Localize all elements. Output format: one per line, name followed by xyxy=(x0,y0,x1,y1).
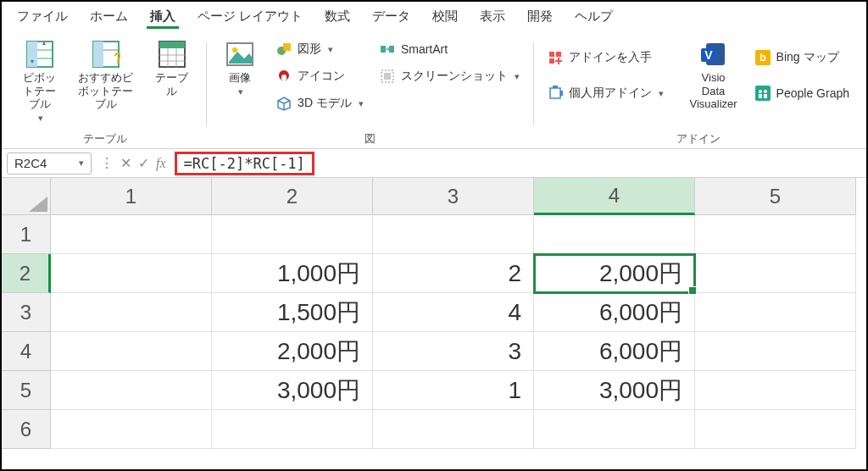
chevron-down-icon: ▾ xyxy=(38,113,43,124)
icons-icon xyxy=(275,68,292,85)
menu-view[interactable]: 表示 xyxy=(476,7,509,29)
svg-rect-24 xyxy=(549,58,554,64)
col-header-1[interactable]: 1 xyxy=(51,178,212,215)
svg-rect-23 xyxy=(556,52,561,57)
cell[interactable] xyxy=(534,215,695,254)
chevron-down-icon: ▾ xyxy=(79,158,84,169)
formula-input[interactable]: =RC[-2]*RC[-1] xyxy=(184,155,305,172)
table-icon xyxy=(157,39,187,69)
cell[interactable]: 3,000円 xyxy=(534,371,695,410)
cell[interactable] xyxy=(51,215,212,254)
enter-icon[interactable]: ✓ xyxy=(138,155,149,171)
menu-formulas[interactable]: 数式 xyxy=(321,7,353,29)
screenshot-button[interactable]: スクリーンショット▾ xyxy=(376,66,523,86)
smartart-icon xyxy=(379,41,396,58)
ribbon-group-addins: アドインを入手 個人用アドイン▾ V Visio Data Visualizer… xyxy=(538,36,858,147)
cell[interactable] xyxy=(212,215,373,254)
visio-button[interactable]: V Visio Data Visualizer xyxy=(684,36,742,114)
cell[interactable] xyxy=(534,410,695,449)
cell[interactable] xyxy=(695,371,856,410)
cell[interactable]: 6,000円 xyxy=(534,293,695,332)
addins-icon xyxy=(547,85,564,102)
cell[interactable] xyxy=(695,410,856,449)
menu-review[interactable]: 校閲 xyxy=(429,7,461,29)
pivot-table-icon xyxy=(25,39,55,69)
select-all-corner[interactable] xyxy=(2,178,51,215)
bing-maps-button[interactable]: b Bing マップ xyxy=(751,47,843,68)
cell[interactable]: 1,000円 xyxy=(212,254,373,293)
cell[interactable] xyxy=(695,332,856,371)
menu-help[interactable]: ヘルプ xyxy=(571,7,616,29)
col-header-5[interactable]: 5 xyxy=(695,178,856,215)
menu-data[interactable]: データ xyxy=(369,7,414,29)
cell[interactable]: 2,000円 xyxy=(212,332,373,371)
shapes-button[interactable]: 図形▾ xyxy=(272,39,337,59)
cube-icon xyxy=(275,95,292,112)
ribbon: ピボットテーブル ▾ ? おすすめピボットテーブル テーブル テーブル xyxy=(2,30,866,149)
col-header-2[interactable]: 2 xyxy=(212,178,373,215)
fx-icon[interactable]: fx xyxy=(156,156,166,171)
smartart-button[interactable]: SmartArt xyxy=(376,39,451,59)
get-addins-button[interactable]: アドインを入手 xyxy=(543,47,655,68)
bing-icon: b xyxy=(754,49,771,66)
svg-rect-18 xyxy=(381,46,386,53)
cell[interactable]: 1,500円 xyxy=(212,293,373,332)
row-header-6[interactable]: 6 xyxy=(2,410,51,449)
visio-icon: V xyxy=(698,39,729,69)
chevron-down-icon: ▾ xyxy=(238,86,243,97)
menu-developer[interactable]: 開発 xyxy=(524,7,556,29)
menu-home[interactable]: ホーム xyxy=(86,7,131,29)
pictures-button[interactable]: 画像 ▾ xyxy=(216,36,264,101)
cell-active[interactable]: 2,000円 xyxy=(534,254,695,293)
chevron-down-icon: ▾ xyxy=(328,44,333,55)
cell[interactable] xyxy=(373,410,534,449)
cell[interactable]: 3 xyxy=(373,332,534,371)
pivot-table-button[interactable]: ピボットテーブル ▾ xyxy=(15,36,64,127)
chevron-down-icon: ▾ xyxy=(359,98,364,109)
my-addins-button[interactable]: 個人用アドイン▾ xyxy=(543,83,667,103)
spreadsheet-grid[interactable]: 1 2 3 4 5 1 2 1,000円 2 2,000円 3 1,500円 4… xyxy=(2,178,866,449)
formula-bar: R2C4 ▾ ⋮ ✕ ✓ fx =RC[-2]*RC[-1] xyxy=(2,149,866,178)
cell[interactable] xyxy=(695,293,856,332)
table-button[interactable]: テーブル xyxy=(148,36,196,101)
row-header-2[interactable]: 2 xyxy=(2,254,51,293)
name-box[interactable]: R2C4 ▾ xyxy=(7,152,92,175)
cell[interactable]: 1 xyxy=(373,371,534,410)
3d-models-button[interactable]: 3D モデル▾ xyxy=(272,93,367,114)
cell[interactable]: 4 xyxy=(373,293,534,332)
recommended-pivot-button[interactable]: ? おすすめピボットテーブル xyxy=(72,36,140,114)
row-header-5[interactable]: 5 xyxy=(2,371,51,410)
cell[interactable]: 6,000円 xyxy=(534,332,695,371)
col-header-4[interactable]: 4 xyxy=(534,178,695,215)
row-header-1[interactable]: 1 xyxy=(2,215,51,254)
svg-rect-17 xyxy=(283,43,291,51)
cell[interactable] xyxy=(695,254,856,293)
cell[interactable] xyxy=(695,215,856,254)
cancel-icon[interactable]: ✕ xyxy=(120,155,131,171)
cell[interactable] xyxy=(51,254,212,293)
ribbon-group-tables: ピボットテーブル ▾ ? おすすめピボットテーブル テーブル テーブル xyxy=(10,36,201,147)
menu-file[interactable]: ファイル xyxy=(14,7,71,29)
svg-point-15 xyxy=(232,47,237,53)
icons-button[interactable]: アイコン xyxy=(272,66,348,86)
svg-text:?: ? xyxy=(114,50,120,67)
row-header-4[interactable]: 4 xyxy=(2,332,51,371)
menu-insert[interactable]: 挿入 xyxy=(147,7,179,29)
cell[interactable] xyxy=(373,215,534,254)
row-header-3[interactable]: 3 xyxy=(2,293,51,332)
svg-rect-9 xyxy=(159,42,185,48)
cell[interactable] xyxy=(51,410,212,449)
cell[interactable] xyxy=(51,332,212,371)
people-graph-button[interactable]: People Graph xyxy=(751,83,853,103)
menu-bar: ファイル ホーム 挿入 ページ レイアウト 数式 データ 校閲 表示 開発 ヘル… xyxy=(2,2,866,30)
cell[interactable] xyxy=(51,293,212,332)
cell[interactable]: 2 xyxy=(373,254,534,293)
svg-point-34 xyxy=(759,90,762,93)
cell[interactable] xyxy=(51,371,212,410)
svg-point-35 xyxy=(764,90,767,93)
menu-pagelayout[interactable]: ページ レイアウト xyxy=(194,7,306,29)
cell[interactable] xyxy=(212,410,373,449)
col-header-3[interactable]: 3 xyxy=(373,178,534,215)
ribbon-group-illustrations: 画像 ▾ 図形▾ アイコン 3D モデル▾ xyxy=(211,36,528,147)
cell[interactable]: 3,000円 xyxy=(212,371,373,410)
